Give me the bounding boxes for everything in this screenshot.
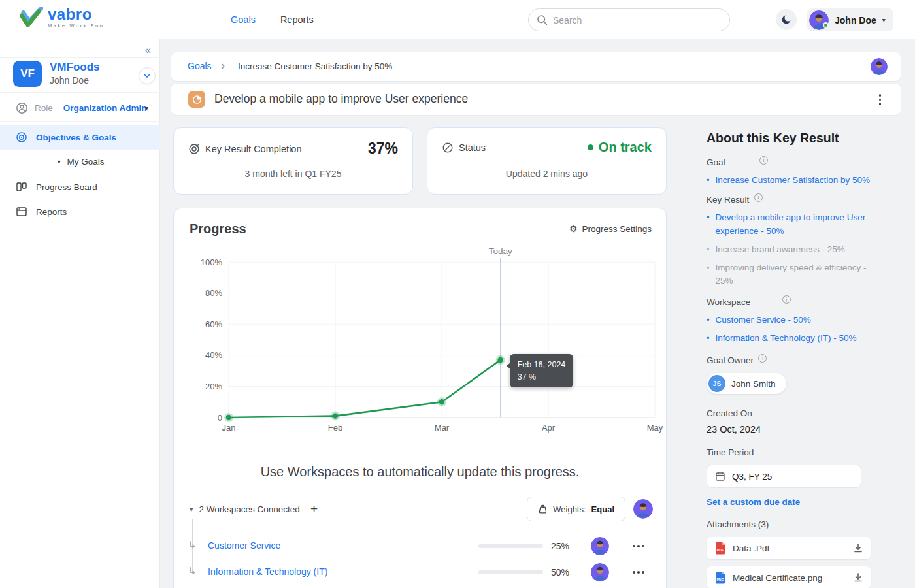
tooltip-date: Feb 16, 2024 bbox=[518, 359, 566, 371]
chevron-down-icon bbox=[144, 74, 150, 78]
moon-icon bbox=[780, 14, 792, 25]
svg-text:Apr: Apr bbox=[542, 423, 556, 433]
search-input[interactable] bbox=[553, 15, 710, 25]
role-value[interactable]: Organization Admin bbox=[63, 103, 147, 113]
divider bbox=[0, 57, 160, 58]
brand-logo[interactable]: vabro Make Work Fun bbox=[20, 7, 105, 29]
workspace-row: ↳ Information & Technology (IT) 50% bbox=[174, 559, 667, 585]
status-subtext: Updated 2 mins ago bbox=[427, 169, 666, 179]
nav-reports[interactable]: Reports bbox=[280, 14, 314, 25]
add-workspace-button[interactable]: + bbox=[310, 502, 318, 516]
workspaces-header: ▾ 2 Workspaces Connected + Weights: Equa… bbox=[190, 497, 653, 521]
svg-text:PDF: PDF bbox=[717, 548, 724, 552]
left-sidebar: « VF VMFoods John Doe Role Organization … bbox=[0, 39, 160, 588]
svg-text:Feb: Feb bbox=[328, 423, 342, 433]
bullet-icon: • bbox=[58, 157, 61, 167]
workspace-avatar[interactable] bbox=[591, 563, 609, 581]
svg-text:60%: 60% bbox=[205, 319, 222, 329]
status-value: On track bbox=[588, 140, 652, 155]
svg-text:Mar: Mar bbox=[435, 423, 450, 433]
workspace-link[interactable]: Information & Technology (IT) - 50% bbox=[716, 332, 857, 345]
completion-subtext: 3 month left in Q1 FY25 bbox=[174, 169, 412, 179]
info-icon[interactable]: i bbox=[782, 295, 791, 304]
kanban-board-icon bbox=[16, 181, 27, 193]
workspace-badge[interactable]: VF bbox=[13, 61, 42, 87]
progress-bar bbox=[478, 570, 543, 574]
svg-text:Jan: Jan bbox=[222, 423, 236, 433]
workspace-link[interactable]: Customer Service bbox=[208, 540, 280, 551]
download-icon[interactable] bbox=[853, 543, 863, 553]
weights-avatar[interactable] bbox=[633, 499, 653, 519]
breadcrumb-goals-link[interactable]: Goals bbox=[188, 61, 212, 71]
attachment-item[interactable]: PNG Medical Certificate.png bbox=[707, 566, 871, 588]
created-on-value: 23 Oct, 2024 bbox=[707, 424, 871, 434]
key-result-title-bar: Develop a mobile app to improve User exp… bbox=[171, 84, 901, 115]
attachments-label: Attachments (3) bbox=[707, 519, 769, 529]
search-box[interactable] bbox=[528, 8, 730, 31]
status-dot-icon bbox=[588, 144, 593, 150]
line-chart: 020%40%60%80%100%JanFebMarAprMay bbox=[184, 249, 664, 434]
info-icon[interactable]: i bbox=[758, 354, 767, 363]
sidebar-collapse-icon[interactable]: « bbox=[145, 44, 151, 56]
goal-owner-label: Goal Owner bbox=[707, 355, 754, 365]
sidebar-item-label: My Goals bbox=[67, 157, 105, 167]
progress-settings-button[interactable]: ⚙ Progress Settings bbox=[569, 224, 652, 234]
created-on-label: Created On bbox=[707, 408, 752, 418]
progress-chart: 020%40%60%80%100%JanFebMarAprMay Today F… bbox=[184, 249, 664, 445]
attachment-name: Data .Pdf bbox=[733, 544, 769, 553]
goal-link[interactable]: Increase Customer Satisfaction by 50% bbox=[716, 174, 870, 187]
breadcrumb-current: Increase Customer Satisfaction by 50% bbox=[238, 61, 392, 71]
workspace-avatar[interactable] bbox=[591, 537, 609, 555]
target-icon bbox=[16, 131, 27, 143]
workspace-switcher-button[interactable] bbox=[139, 67, 156, 84]
sidebar-item-objectives-goals[interactable]: Objectives & Goals bbox=[0, 125, 160, 150]
person-icon bbox=[16, 102, 28, 114]
workspaces-cta-text: Use Workspaces to automatically update t… bbox=[174, 465, 666, 480]
goal-label: Goal bbox=[707, 157, 725, 167]
svg-text:May: May bbox=[647, 423, 663, 433]
row-menu-icon[interactable] bbox=[633, 571, 644, 574]
attachment-name: Medical Certificate.png bbox=[733, 573, 822, 583]
svg-text:PNG: PNG bbox=[716, 578, 724, 581]
custom-due-date-link[interactable]: Set a custom due date bbox=[707, 497, 800, 507]
calendar-icon bbox=[715, 471, 725, 482]
chart-tooltip: Feb 16, 2024 37 % bbox=[510, 354, 574, 388]
download-icon[interactable] bbox=[853, 572, 863, 583]
chevron-down-icon[interactable]: ▾ bbox=[145, 105, 148, 112]
bullet-icon: • bbox=[707, 243, 710, 256]
weight-scale-icon bbox=[538, 504, 548, 514]
workspace-link[interactable]: Information & Technology (IT) bbox=[208, 566, 327, 577]
row-menu-icon[interactable] bbox=[633, 545, 644, 547]
gear-icon: ⚙ bbox=[569, 225, 577, 234]
bullet-icon: • bbox=[707, 314, 710, 327]
time-period-select[interactable]: Q3, FY 25 bbox=[707, 465, 861, 488]
weights-button[interactable]: Weights: Equal bbox=[527, 497, 625, 521]
goal-avatar[interactable] bbox=[871, 58, 888, 75]
today-marker-label: Today bbox=[474, 246, 527, 256]
workspace-link[interactable]: Customer Service - 50% bbox=[716, 314, 811, 327]
dark-mode-toggle[interactable] bbox=[776, 9, 797, 30]
user-menu[interactable]: John Doe ▾ bbox=[807, 8, 893, 31]
sidebar-item-reports[interactable]: Reports bbox=[0, 199, 160, 224]
goal-owner-pill[interactable]: JS John Smith bbox=[707, 373, 786, 394]
progress-title: Progress bbox=[190, 221, 246, 237]
workspace-owner: John Doe bbox=[50, 75, 89, 86]
key-result-label: Key Result bbox=[707, 195, 749, 204]
tree-collapse-icon[interactable]: ▾ bbox=[190, 505, 193, 514]
pdf-file-icon: PDF bbox=[714, 542, 726, 555]
attachment-item[interactable]: PDF Data .Pdf bbox=[707, 537, 871, 559]
status-card: Status On track Updated 2 mins ago bbox=[427, 127, 667, 195]
nav-goals[interactable]: Goals bbox=[231, 14, 256, 25]
sidebar-item-my-goals[interactable]: • My Goals bbox=[58, 152, 160, 171]
kebab-menu-icon[interactable] bbox=[878, 93, 883, 106]
sidebar-item-progress-board[interactable]: Progress Board bbox=[0, 174, 160, 199]
info-icon[interactable]: i bbox=[759, 156, 768, 165]
brand-tagline: Make Work Fun bbox=[48, 24, 105, 29]
divider bbox=[0, 121, 160, 122]
workspace-item: • Information & Technology (IT) - 50% bbox=[707, 332, 871, 345]
workspace-item: • Customer Service - 50% bbox=[707, 314, 871, 327]
key-result-link[interactable]: Develop a mobile app to improve User exp… bbox=[716, 211, 871, 238]
bullet-icon: • bbox=[707, 211, 710, 238]
owner-avatar: JS bbox=[708, 375, 725, 392]
info-icon[interactable]: i bbox=[754, 193, 763, 202]
